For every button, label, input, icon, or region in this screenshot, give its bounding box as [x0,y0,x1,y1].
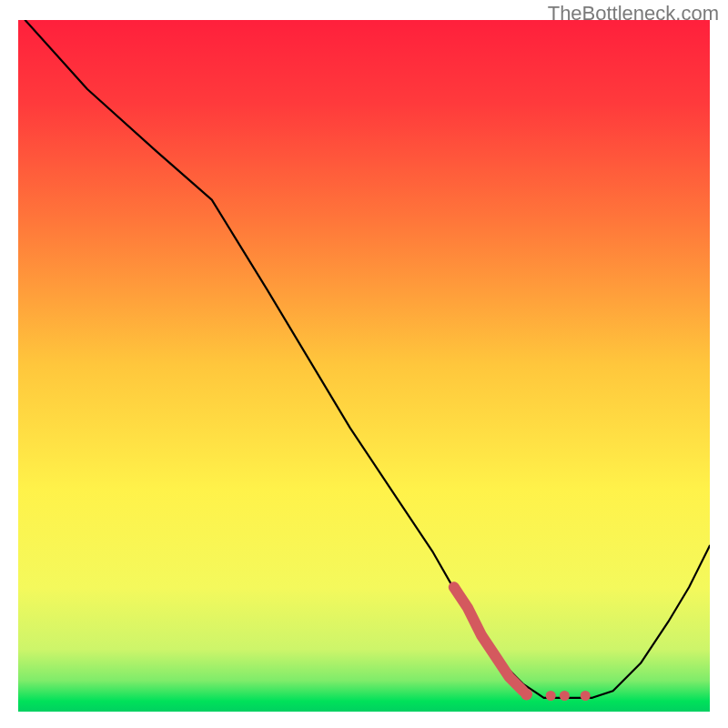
optimal-point [560,691,570,701]
chart-svg [18,20,710,712]
optimal-point [521,689,532,701]
optimal-point [546,691,556,701]
watermark-text: TheBottleneck.com [548,2,719,25]
chart-container: TheBottleneck.com [0,0,728,728]
gradient-background [18,20,710,712]
optimal-point [581,691,591,701]
chart-plot-area [18,20,710,712]
